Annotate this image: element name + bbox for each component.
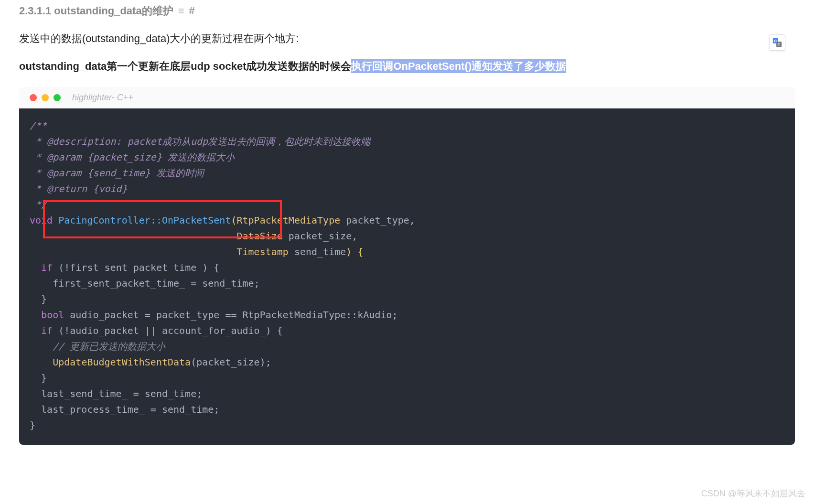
keyword-if: if bbox=[41, 262, 53, 273]
arg-type: DataSize bbox=[236, 230, 282, 242]
section-heading: 2.3.1.1 outstanding_data的维护 ≡ # bbox=[19, 4, 795, 18]
arg-name: packet_size bbox=[289, 230, 352, 242]
heading-number: 2.3.1.1 bbox=[19, 5, 51, 17]
keyword-bool: bool bbox=[41, 309, 64, 321]
code-body[interactable]: /** * @description: packet成功从udp发送出去的回调，… bbox=[19, 108, 795, 445]
traffic-yellow-icon bbox=[42, 94, 49, 101]
inline-comment: // 更新已发送的数据大小 bbox=[30, 341, 165, 352]
translate-widget[interactable]: G 文 bbox=[769, 34, 785, 51]
arg-type: RtpPacketMediaType bbox=[237, 214, 341, 226]
traffic-green-icon bbox=[54, 94, 61, 101]
comment-line: /** bbox=[30, 120, 47, 131]
code-header: highlighter- C++ bbox=[19, 87, 795, 108]
code-language-label: highlighter- C++ bbox=[72, 93, 133, 103]
function-name: PacingController::OnPacketSent bbox=[58, 214, 231, 226]
list-icon[interactable]: ≡ bbox=[178, 5, 184, 17]
subheading-prefix: outstanding_data第一个更新在底层udp socket成功发送数据… bbox=[19, 60, 351, 72]
heading-title: outstanding_data的维护 bbox=[54, 4, 173, 18]
subheading-highlight: 执行回调OnPacketSent()通知发送了多少数据 bbox=[351, 59, 566, 73]
comment-line: * @param {send_time} 发送的时间 bbox=[30, 167, 204, 179]
comment-line: * @description: packet成功从udp发送出去的回调，包此时未… bbox=[30, 136, 370, 147]
arg-type: Timestamp bbox=[236, 246, 288, 257]
heading-anchors: ≡ # bbox=[178, 5, 195, 17]
keyword-void: void bbox=[30, 214, 53, 226]
subheading: outstanding_data第一个更新在底层udp socket成功发送数据… bbox=[19, 59, 795, 74]
comment-line: * @return {void} bbox=[30, 183, 128, 194]
google-translate-icon: G 文 bbox=[772, 37, 782, 48]
intro-paragraph: 发送中的数据(outstanding_data)大小的更新过程在两个地方: bbox=[19, 32, 795, 46]
code-block: highlighter- C++ /** * @description: pac… bbox=[19, 87, 795, 445]
comment-line: * @param {packet_size} 发送的数据大小 bbox=[30, 151, 235, 163]
hash-icon[interactable]: # bbox=[189, 5, 194, 17]
comment-line: */ bbox=[30, 199, 47, 210]
svg-text:文: 文 bbox=[777, 42, 781, 46]
traffic-red-icon bbox=[30, 94, 37, 101]
arg-name: packet_type bbox=[346, 214, 409, 226]
keyword-if: if bbox=[41, 325, 53, 336]
arg-name: send_time bbox=[294, 246, 346, 257]
function-call: UpdateBudgetWithSentData bbox=[53, 356, 191, 368]
